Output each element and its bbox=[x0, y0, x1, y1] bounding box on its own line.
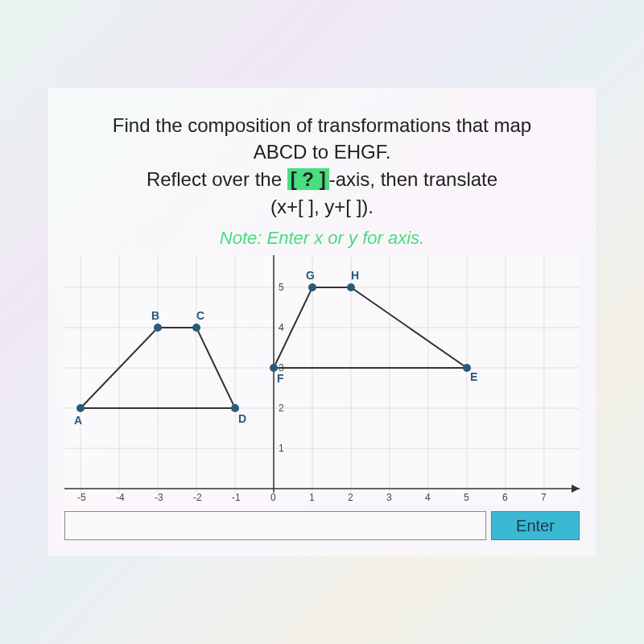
axis-labels: -5-4-3-2-10123456712345 bbox=[77, 282, 547, 503]
point-f bbox=[270, 364, 278, 372]
svg-text:4: 4 bbox=[279, 322, 284, 333]
problem-container: Find the composition of transformations … bbox=[48, 88, 596, 556]
label-c: C bbox=[196, 309, 204, 322]
svg-text:3: 3 bbox=[386, 492, 392, 503]
q-line4: (x+[ ], y+[ ]). bbox=[270, 196, 374, 217]
svg-text:4: 4 bbox=[425, 492, 431, 503]
point-g bbox=[308, 283, 316, 291]
answer-bar: Enter bbox=[64, 511, 580, 540]
q-line2: ABCD to EHGF. bbox=[254, 141, 391, 163]
label-a: A bbox=[74, 414, 82, 427]
enter-button[interactable]: Enter bbox=[491, 511, 580, 540]
svg-text:1: 1 bbox=[279, 443, 284, 454]
coordinate-graph: -5-4-3-2-10123456712345 A B C D G H F E bbox=[64, 255, 580, 505]
q-line3-post: -axis, then translate bbox=[329, 168, 497, 190]
svg-text:0: 0 bbox=[270, 492, 276, 503]
svg-text:-5: -5 bbox=[77, 492, 86, 503]
point-b bbox=[154, 324, 162, 332]
point-c bbox=[192, 324, 200, 332]
graph-svg: -5-4-3-2-10123456712345 A B C D G H F E bbox=[64, 255, 580, 505]
label-f: F bbox=[277, 372, 284, 385]
svg-text:-4: -4 bbox=[116, 492, 125, 503]
q-line3-pre: Reflect over the bbox=[147, 168, 287, 190]
svg-text:-1: -1 bbox=[232, 492, 241, 503]
q-blank-axis: [ ? ] bbox=[287, 168, 329, 190]
answer-input[interactable] bbox=[64, 511, 486, 540]
point-h bbox=[347, 283, 355, 291]
svg-text:-2: -2 bbox=[193, 492, 202, 503]
label-g: G bbox=[306, 269, 315, 282]
svg-text:1: 1 bbox=[309, 492, 315, 503]
x-axis-arrow bbox=[572, 485, 580, 493]
point-a bbox=[76, 404, 85, 412]
svg-text:-3: -3 bbox=[155, 492, 163, 503]
svg-text:5: 5 bbox=[464, 492, 469, 503]
svg-text:2: 2 bbox=[279, 402, 284, 414]
label-e: E bbox=[470, 370, 477, 383]
svg-text:6: 6 bbox=[502, 492, 508, 503]
note-text: Note: Enter x or y for axis. bbox=[64, 228, 580, 249]
svg-text:2: 2 bbox=[348, 492, 353, 503]
label-d: D bbox=[238, 412, 246, 425]
label-b: B bbox=[151, 309, 159, 322]
q-line1: Find the composition of transformations … bbox=[113, 114, 531, 136]
svg-text:7: 7 bbox=[541, 492, 547, 503]
question-text: Find the composition of transformations … bbox=[64, 112, 580, 220]
label-h: H bbox=[351, 269, 359, 282]
svg-text:5: 5 bbox=[279, 282, 284, 293]
point-d bbox=[231, 404, 239, 412]
